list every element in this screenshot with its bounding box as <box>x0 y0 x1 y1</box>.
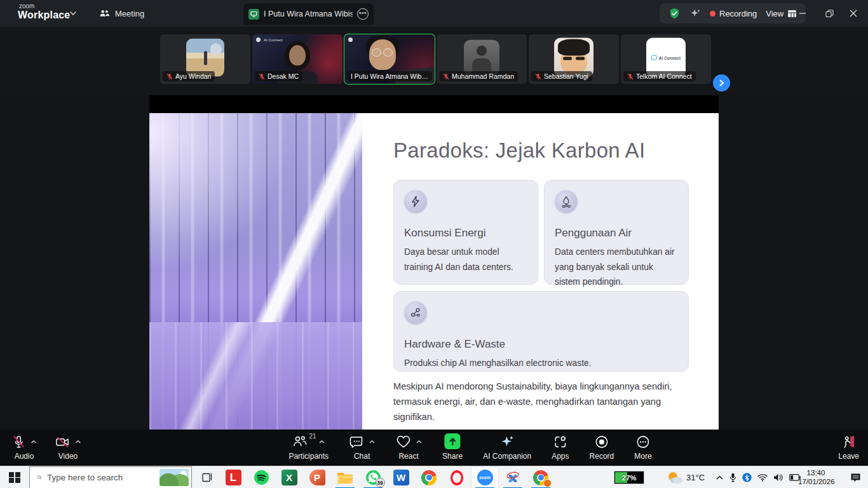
video-menu-caret[interactable] <box>75 440 81 444</box>
video-tile-sebastian-yugi[interactable]: Sebastian Yugi <box>529 34 619 84</box>
chat-button[interactable]: Chat <box>349 430 375 466</box>
more-button[interactable]: More <box>634 430 651 466</box>
share-button[interactable]: Share <box>442 430 463 466</box>
taskbar-search-box[interactable] <box>29 466 192 488</box>
taskbar-app-excel[interactable]: X <box>275 466 303 488</box>
tray-chevron-up-icon[interactable] <box>715 475 724 480</box>
video-tile-telkom-ai-connect[interactable]: AI Connect Telkom AI Connect <box>621 34 711 84</box>
mic-muted-icon <box>166 73 173 80</box>
battery-percentage-widget[interactable]: 27% <box>614 471 644 484</box>
card-title: Penggunaan Air <box>555 227 678 240</box>
participant-name-pill: Desak MC <box>255 71 302 81</box>
taskbar-app-pinwheel[interactable] <box>499 466 527 488</box>
taskbar-app-opera[interactable] <box>443 466 471 488</box>
apps-label: Apps <box>552 452 569 461</box>
windows-taskbar: L X P 39 W zoom 27% 31°C 13:40 17/0 <box>0 466 868 488</box>
chat-icon <box>349 435 364 449</box>
system-tray <box>715 466 801 488</box>
ai-sparkle-icon[interactable] <box>689 8 701 19</box>
taskbar-app-spotify[interactable] <box>247 466 275 488</box>
battery-percent-label: 27% <box>614 471 644 484</box>
window-close-button[interactable] <box>839 0 868 27</box>
task-view-button[interactable] <box>194 466 220 488</box>
screenshare-icon <box>248 9 259 20</box>
next-participants-page-button[interactable] <box>713 74 730 92</box>
active-tab-title: I Putu Wira Atmana Wibisana's sc <box>264 10 353 18</box>
search-input[interactable] <box>47 473 159 482</box>
card-hardware-ewaste: Hardware & E-Waste Produksi chip AI meng… <box>393 291 689 372</box>
water-icon <box>555 190 578 213</box>
taskbar-app-word[interactable]: W <box>387 466 415 488</box>
meeting-toolbar: Audio Video 21 Participants Chat <box>0 430 868 466</box>
tab-options-button[interactable]: ••• <box>357 8 369 20</box>
video-tile-putu-active-speaker[interactable]: I Putu Wira Atmana Wibis... <box>344 34 435 84</box>
presentation-slide: Paradoks: Jejak Karbon AI Konsumsi Energ… <box>149 113 719 430</box>
meeting-tab-label: Meeting <box>115 9 144 18</box>
participant-name-pill: I Putu Wira Atmana Wibis... <box>347 71 432 81</box>
word-icon: W <box>393 470 409 485</box>
action-center-button[interactable] <box>843 466 868 488</box>
video-button[interactable]: Video <box>55 430 81 466</box>
taskbar-app-whatsapp[interactable]: 39 <box>359 466 387 488</box>
more-label: More <box>634 452 651 461</box>
participant-name: Desak MC <box>268 72 299 80</box>
participant-name: Muhammad Ramdan <box>452 72 514 80</box>
leave-button[interactable]: Leave <box>838 430 859 466</box>
ai-companion-button[interactable]: AI Companion <box>483 430 531 466</box>
tray-speaker-icon[interactable] <box>773 473 783 482</box>
search-highlights-image[interactable] <box>159 469 189 486</box>
notification-icon <box>850 473 861 483</box>
react-button[interactable]: React <box>395 430 422 466</box>
participant-name-pill: Sebastian Yugi <box>531 71 592 81</box>
record-icon <box>594 435 609 449</box>
start-button[interactable] <box>0 466 29 488</box>
workspace-chevron-down-icon[interactable] <box>69 9 78 18</box>
chat-label: Chat <box>354 452 370 461</box>
tab-meeting[interactable]: Meeting <box>94 5 149 22</box>
ai-connect-logo-icon <box>651 55 657 60</box>
mic-muted-icon <box>535 73 541 80</box>
profile-badge <box>543 479 552 487</box>
avatar <box>464 40 499 76</box>
participants-icon <box>292 435 308 449</box>
taskbar-app-chrome[interactable] <box>415 466 443 488</box>
react-menu-caret[interactable] <box>416 440 422 444</box>
server-room-image <box>149 113 362 430</box>
audio-button[interactable]: Audio <box>11 430 37 466</box>
file-explorer-icon <box>337 471 353 485</box>
recording-dot-icon <box>710 11 715 17</box>
participants-button[interactable]: 21 Participants <box>288 430 329 466</box>
window-minimize-button[interactable] <box>788 0 817 27</box>
whatsapp-badge: 39 <box>376 478 385 487</box>
more-ellipsis-icon <box>635 435 650 449</box>
taskbar-weather[interactable]: 31°C <box>668 466 705 488</box>
record-button[interactable]: Record <box>590 430 614 466</box>
participant-name-pill: Muhammad Ramdan <box>439 71 518 81</box>
apps-button[interactable]: Apps <box>552 430 569 466</box>
slide-title: Paradoks: Jejak Karbon AI <box>393 139 645 163</box>
tray-wifi-icon[interactable] <box>757 473 768 482</box>
people-icon <box>99 9 110 18</box>
l-app-icon: L <box>226 470 241 485</box>
video-tile-ayu-windari[interactable]: Ayu Windari <box>160 34 250 84</box>
shared-screen-stage: Paradoks: Jejak Karbon AI Konsumsi Energ… <box>0 95 868 430</box>
video-tile-muhammad-ramdan[interactable]: Muhammad Ramdan <box>437 34 527 84</box>
leave-door-icon <box>841 435 857 449</box>
taskbar-clock[interactable]: 13:40 17/01/2026 <box>798 468 834 486</box>
taskbar-app-powerpoint[interactable]: P <box>303 466 331 488</box>
chat-menu-caret[interactable] <box>369 440 375 444</box>
audio-menu-caret[interactable] <box>31 440 37 444</box>
heart-icon <box>395 435 411 449</box>
tab-active-screenshare[interactable]: I Putu Wira Atmana Wibisana's sc ••• <box>243 3 374 25</box>
taskbar-app-chrome-profile[interactable] <box>527 466 555 488</box>
tray-microphone-icon[interactable] <box>729 473 736 482</box>
participants-menu-caret[interactable] <box>318 440 325 444</box>
opera-icon <box>451 470 463 485</box>
taskbar-app-l[interactable]: L <box>219 466 247 488</box>
recording-indicator[interactable]: Recording <box>710 9 757 18</box>
security-shield-icon[interactable] <box>668 8 681 20</box>
taskbar-app-file-explorer[interactable] <box>331 466 359 488</box>
video-tile-desak-mc[interactable]: AI Connect Desak MC <box>252 34 342 84</box>
taskbar-app-zoom-active[interactable]: zoom <box>471 466 499 488</box>
tray-bluetooth-icon[interactable] <box>742 473 752 482</box>
